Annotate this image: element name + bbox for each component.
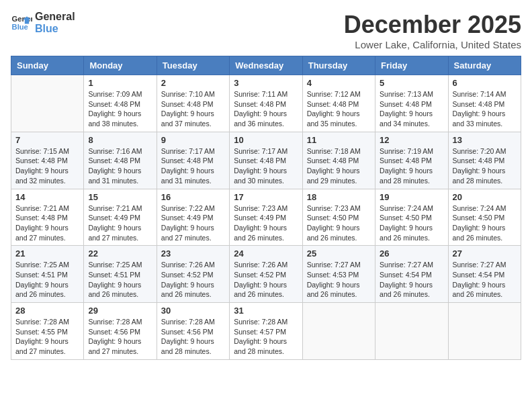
weekday-header-tuesday: Tuesday [157, 56, 229, 75]
calendar-cell: 14Sunrise: 7:21 AMSunset: 4:48 PMDayligh… [11, 189, 84, 246]
day-number: 4 [307, 78, 371, 88]
day-number: 15 [88, 192, 152, 202]
day-info: Sunrise: 7:28 AMSunset: 4:57 PMDaylight:… [234, 317, 298, 357]
calendar-cell: 2Sunrise: 7:10 AMSunset: 4:48 PMDaylight… [157, 75, 229, 132]
day-info: Sunrise: 7:12 AMSunset: 4:48 PMDaylight:… [307, 89, 371, 129]
day-number: 7 [15, 135, 79, 145]
day-info: Sunrise: 7:16 AMSunset: 4:48 PMDaylight:… [88, 146, 152, 186]
calendar-cell: 31Sunrise: 7:28 AMSunset: 4:57 PMDayligh… [230, 303, 302, 360]
day-number: 1 [88, 78, 152, 88]
calendar-cell [302, 303, 375, 360]
day-number: 24 [234, 248, 298, 259]
day-number: 30 [161, 306, 225, 316]
calendar-week-row: 7Sunrise: 7:15 AMSunset: 4:48 PMDaylight… [11, 132, 521, 189]
calendar-week-row: 28Sunrise: 7:28 AMSunset: 4:55 PMDayligh… [11, 303, 521, 360]
day-info: Sunrise: 7:26 AMSunset: 4:52 PMDaylight:… [161, 260, 225, 300]
day-number: 27 [453, 248, 517, 259]
day-info: Sunrise: 7:13 AMSunset: 4:48 PMDaylight:… [380, 89, 443, 129]
day-info: Sunrise: 7:25 AMSunset: 4:51 PMDaylight:… [15, 260, 79, 300]
day-info: Sunrise: 7:22 AMSunset: 4:49 PMDaylight:… [161, 203, 225, 243]
day-info: Sunrise: 7:23 AMSunset: 4:50 PMDaylight:… [307, 203, 371, 243]
day-info: Sunrise: 7:10 AMSunset: 4:48 PMDaylight:… [161, 89, 225, 129]
day-number: 11 [307, 135, 371, 145]
calendar-cell: 4Sunrise: 7:12 AMSunset: 4:48 PMDaylight… [302, 75, 375, 132]
day-info: Sunrise: 7:19 AMSunset: 4:48 PMDaylight:… [380, 146, 443, 186]
day-number: 25 [307, 248, 371, 259]
calendar-cell: 20Sunrise: 7:24 AMSunset: 4:50 PMDayligh… [448, 189, 521, 246]
calendar-cell: 10Sunrise: 7:17 AMSunset: 4:48 PMDayligh… [230, 132, 302, 189]
day-info: Sunrise: 7:28 AMSunset: 4:55 PMDaylight:… [15, 317, 79, 357]
day-number: 20 [453, 192, 517, 202]
day-number: 3 [234, 78, 298, 88]
weekday-header-sunday: Sunday [11, 56, 84, 75]
day-info: Sunrise: 7:15 AMSunset: 4:48 PMDaylight:… [15, 146, 79, 186]
weekday-header-monday: Monday [84, 56, 157, 75]
day-number: 23 [161, 248, 225, 259]
day-info: Sunrise: 7:17 AMSunset: 4:48 PMDaylight:… [161, 146, 225, 186]
calendar-cell: 15Sunrise: 7:21 AMSunset: 4:49 PMDayligh… [84, 189, 157, 246]
logo: General Blue General Blue [11, 11, 75, 34]
weekday-header-row: SundayMondayTuesdayWednesdayThursdayFrid… [11, 56, 521, 75]
calendar-cell: 25Sunrise: 7:27 AMSunset: 4:53 PMDayligh… [302, 246, 375, 303]
calendar-cell: 26Sunrise: 7:27 AMSunset: 4:54 PMDayligh… [375, 246, 448, 303]
logo-icon: General Blue [11, 12, 32, 34]
day-info: Sunrise: 7:20 AMSunset: 4:48 PMDaylight:… [453, 146, 517, 186]
weekday-header-friday: Friday [375, 56, 448, 75]
day-info: Sunrise: 7:23 AMSunset: 4:49 PMDaylight:… [234, 203, 298, 243]
day-number: 8 [88, 135, 152, 145]
calendar-cell: 11Sunrise: 7:18 AMSunset: 4:48 PMDayligh… [302, 132, 375, 189]
calendar-cell: 24Sunrise: 7:26 AMSunset: 4:52 PMDayligh… [230, 246, 302, 303]
day-number: 6 [453, 78, 517, 88]
calendar-cell: 16Sunrise: 7:22 AMSunset: 4:49 PMDayligh… [157, 189, 229, 246]
calendar-cell: 8Sunrise: 7:16 AMSunset: 4:48 PMDaylight… [84, 132, 157, 189]
calendar-cell: 17Sunrise: 7:23 AMSunset: 4:49 PMDayligh… [230, 189, 302, 246]
calendar-cell: 23Sunrise: 7:26 AMSunset: 4:52 PMDayligh… [157, 246, 229, 303]
calendar-cell: 9Sunrise: 7:17 AMSunset: 4:48 PMDaylight… [157, 132, 229, 189]
day-number: 28 [15, 306, 79, 316]
day-info: Sunrise: 7:25 AMSunset: 4:51 PMDaylight:… [88, 260, 152, 300]
calendar-cell: 6Sunrise: 7:14 AMSunset: 4:48 PMDaylight… [448, 75, 521, 132]
calendar-cell: 21Sunrise: 7:25 AMSunset: 4:51 PMDayligh… [11, 246, 84, 303]
weekday-header-wednesday: Wednesday [230, 56, 302, 75]
day-number: 10 [234, 135, 298, 145]
calendar-week-row: 14Sunrise: 7:21 AMSunset: 4:48 PMDayligh… [11, 189, 521, 246]
day-info: Sunrise: 7:17 AMSunset: 4:48 PMDaylight:… [234, 146, 298, 186]
calendar-week-row: 1Sunrise: 7:09 AMSunset: 4:48 PMDaylight… [11, 75, 521, 132]
day-number: 22 [88, 248, 152, 259]
day-number: 19 [380, 192, 443, 202]
day-info: Sunrise: 7:28 AMSunset: 4:56 PMDaylight:… [88, 317, 152, 357]
day-info: Sunrise: 7:28 AMSunset: 4:56 PMDaylight:… [161, 317, 225, 357]
location: Lower Lake, California, United States [344, 39, 521, 50]
calendar-cell: 18Sunrise: 7:23 AMSunset: 4:50 PMDayligh… [302, 189, 375, 246]
day-number: 14 [15, 192, 79, 202]
day-info: Sunrise: 7:21 AMSunset: 4:49 PMDaylight:… [88, 203, 152, 243]
day-info: Sunrise: 7:21 AMSunset: 4:48 PMDaylight:… [15, 203, 79, 243]
day-info: Sunrise: 7:27 AMSunset: 4:54 PMDaylight:… [380, 260, 443, 300]
calendar-cell: 30Sunrise: 7:28 AMSunset: 4:56 PMDayligh… [157, 303, 229, 360]
day-number: 9 [161, 135, 225, 145]
day-info: Sunrise: 7:27 AMSunset: 4:54 PMDaylight:… [453, 260, 517, 300]
month-title: December 2025 [344, 11, 521, 39]
logo-line2: Blue [35, 23, 75, 35]
calendar-cell: 3Sunrise: 7:11 AMSunset: 4:48 PMDaylight… [230, 75, 302, 132]
calendar-week-row: 21Sunrise: 7:25 AMSunset: 4:51 PMDayligh… [11, 246, 521, 303]
day-info: Sunrise: 7:27 AMSunset: 4:53 PMDaylight:… [307, 260, 371, 300]
page-header: General Blue General Blue December 2025 … [11, 11, 521, 50]
calendar-cell: 5Sunrise: 7:13 AMSunset: 4:48 PMDaylight… [375, 75, 448, 132]
day-number: 29 [88, 306, 152, 316]
calendar-cell: 29Sunrise: 7:28 AMSunset: 4:56 PMDayligh… [84, 303, 157, 360]
calendar-cell: 12Sunrise: 7:19 AMSunset: 4:48 PMDayligh… [375, 132, 448, 189]
day-number: 5 [380, 78, 443, 88]
day-info: Sunrise: 7:24 AMSunset: 4:50 PMDaylight:… [380, 203, 443, 243]
day-info: Sunrise: 7:24 AMSunset: 4:50 PMDaylight:… [453, 203, 517, 243]
day-number: 2 [161, 78, 225, 88]
day-number: 31 [234, 306, 298, 316]
calendar-cell: 13Sunrise: 7:20 AMSunset: 4:48 PMDayligh… [448, 132, 521, 189]
calendar-cell: 7Sunrise: 7:15 AMSunset: 4:48 PMDaylight… [11, 132, 84, 189]
day-info: Sunrise: 7:11 AMSunset: 4:48 PMDaylight:… [234, 89, 298, 129]
logo-line1: General [35, 11, 75, 23]
day-number: 21 [15, 248, 79, 259]
day-number: 13 [453, 135, 517, 145]
day-info: Sunrise: 7:26 AMSunset: 4:52 PMDaylight:… [234, 260, 298, 300]
calendar-cell [448, 303, 521, 360]
